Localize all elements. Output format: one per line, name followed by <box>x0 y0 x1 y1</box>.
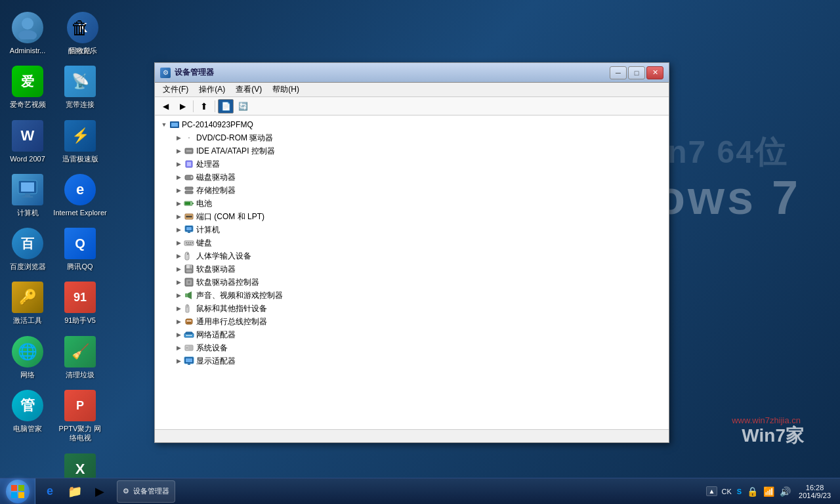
svg-rect-63 <box>188 364 190 365</box>
desktop-icon-qq[interactable]: Q 腾讯QQ <box>54 224 106 275</box>
toolbar-sep2 <box>215 100 215 112</box>
tree-item-audio[interactable]: ▶ 声音、视频和游戏控制器 <box>158 289 666 302</box>
desktop-icon-recycle[interactable]: 🗑 回收站 <box>54 8 106 59</box>
fdctrl-expander[interactable]: ▶ <box>173 277 184 287</box>
toolbar-refresh[interactable]: 🔄 <box>235 99 251 114</box>
desktop-icon-baidu[interactable]: 百 百度浏览器 <box>1 224 54 275</box>
desktop-icon-iqiyi[interactable]: 爱 爱奇艺视频 <box>1 62 54 113</box>
svg-point-10 <box>188 137 190 138</box>
quicklaunch-media[interactable]: ▶ <box>88 480 112 503</box>
close-button[interactable]: ✕ <box>646 66 663 79</box>
window-content[interactable]: ▼ PC-20140923PFMQ ▶ DVD/CD-ROM 驱动器 ▶ <box>155 116 669 429</box>
tree-item-disk[interactable]: ▶ 磁盘驱动器 <box>158 171 666 184</box>
port-expander[interactable]: ▶ <box>173 211 184 222</box>
desktop-icon-broadband[interactable]: 📡 宽带连接 <box>54 62 106 113</box>
sysdev-expander[interactable]: ▶ <box>173 343 184 353</box>
tree-item-storage[interactable]: ▶ 存储控制器 <box>158 184 666 197</box>
menu-action[interactable]: 操作(A) <box>194 83 230 96</box>
desktop-icon-pptv[interactable]: P PPTV聚力 网 络电视 <box>54 386 106 447</box>
desktop-icon-thunder[interactable]: ⚡ 迅雷极速版 <box>54 116 106 167</box>
hid-expander[interactable]: ▶ <box>173 251 184 261</box>
desktop-icon-ie[interactable]: e Internet Explorer <box>54 170 106 221</box>
tree-item-battery[interactable]: ▶ 电池 <box>158 197 666 210</box>
desktop-icon-activate[interactable]: 🔑 激活工具 <box>1 278 54 329</box>
desktop-icon-word2007[interactable]: W Word 2007 <box>1 116 54 167</box>
toolbar-up[interactable]: ⬆ <box>196 99 212 114</box>
svg-rect-5 <box>22 196 33 198</box>
tray-network[interactable]: 📶 <box>762 485 776 498</box>
menu-help[interactable]: 帮助(H) <box>267 83 304 96</box>
tree-item-netadapter[interactable]: ▶ 网络适配器 <box>158 328 666 341</box>
battery-expander[interactable]: ▶ <box>173 198 184 209</box>
dvd-expander[interactable]: ▶ <box>173 133 184 143</box>
start-button[interactable] <box>0 478 35 505</box>
tree-item-keyboard[interactable]: ▶ 键盘 <box>158 236 666 249</box>
taskbar-devmgr[interactable]: ⚙ 设备管理器 <box>117 480 175 503</box>
desktop-icon-pcmanager[interactable]: 管 电脑管家 <box>1 386 54 437</box>
svg-point-1 <box>18 30 37 39</box>
tree-item-floppy[interactable]: ▶ 软盘驱动器 <box>158 262 666 276</box>
window-titlebar[interactable]: ⚙ 设备管理器 ─ □ ✕ <box>155 63 669 83</box>
qq-label: 腾讯QQ <box>67 262 93 271</box>
tray-volume[interactable]: 🔊 <box>778 485 792 498</box>
tree-item-smbus[interactable]: ▶ 通用串行总线控制器 <box>158 315 666 328</box>
computer-expander[interactable]: ▶ <box>173 224 184 235</box>
tray-sogou[interactable]: S <box>736 486 743 497</box>
fdctrl-label: 软盘驱动器控制器 <box>196 276 259 288</box>
tray-lock[interactable]: 🔒 <box>746 485 759 498</box>
svg-rect-64 <box>11 485 17 491</box>
tree-item-sysdev[interactable]: ▶ 系统设备 <box>158 341 666 354</box>
admin-label: Administr... <box>10 46 45 55</box>
svg-point-35 <box>187 253 188 255</box>
maximize-button[interactable]: □ <box>628 66 645 79</box>
tray-clock[interactable]: 16:28 2014/9/23 <box>795 482 835 501</box>
root-expander[interactable]: ▼ <box>159 119 169 130</box>
quicklaunch-ie[interactable]: e <box>38 480 62 503</box>
netadapter-expander[interactable]: ▶ <box>173 329 184 340</box>
window-controls: ─ □ ✕ <box>610 66 663 79</box>
minimize-button[interactable]: ─ <box>610 66 627 79</box>
hid-icon <box>184 251 194 261</box>
tree-item-mouse[interactable]: ▶ 鼠标和其他指针设备 <box>158 302 666 315</box>
tree-item-dvd[interactable]: ▶ DVD/CD-ROM 驱动器 <box>158 131 666 144</box>
tree-item-port[interactable]: ▶ 端口 (COM 和 LPT) <box>158 210 666 223</box>
toolbar-back[interactable]: ◀ <box>158 99 173 114</box>
tree-item-computer[interactable]: ▶ 计算机 <box>158 223 666 236</box>
floppy-expander[interactable]: ▶ <box>173 264 184 274</box>
desktop-icon-computer[interactable]: 计算机 <box>1 170 54 221</box>
svg-rect-4 <box>25 194 30 196</box>
tree-item-cpu[interactable]: ▶ 处理器 <box>158 158 666 171</box>
audio-expander[interactable]: ▶ <box>173 290 184 301</box>
ide-expander[interactable]: ▶ <box>173 146 184 156</box>
storage-expander[interactable]: ▶ <box>173 185 184 196</box>
tree-root[interactable]: ▼ PC-20140923PFMQ <box>158 118 666 131</box>
disk-expander[interactable]: ▶ <box>173 172 184 182</box>
svg-rect-62 <box>186 358 192 362</box>
display-expander[interactable]: ▶ <box>173 356 184 366</box>
desktop-icon-network[interactable]: 🌐 网络 <box>1 332 54 383</box>
tray-ck[interactable]: CK <box>720 486 732 497</box>
mouse-expander[interactable]: ▶ <box>173 303 184 314</box>
svg-marker-44 <box>188 291 192 299</box>
desktop-icon-clean[interactable]: 🧹 清理垃圾 <box>54 332 106 383</box>
menu-view[interactable]: 查看(V) <box>230 83 267 96</box>
tree-item-fdctrl[interactable]: ▶ 软盘驱动器控制器 <box>158 276 666 289</box>
tray-expand-button[interactable]: ▲ <box>706 486 718 496</box>
keyboard-expander[interactable]: ▶ <box>173 238 184 248</box>
svg-rect-67 <box>18 492 24 498</box>
toolbar-properties[interactable]: 📄 <box>218 99 234 114</box>
smbus-expander[interactable]: ▶ <box>173 316 184 327</box>
taskbar-tray: ▲ CK S 🔒 📶 🔊 16:28 2014/9/23 <box>701 482 840 501</box>
tree-item-ide[interactable]: ▶ IDE ATA/ATAPI 控制器 <box>158 144 666 158</box>
toolbar-forward[interactable]: ▶ <box>175 99 190 114</box>
svg-rect-17 <box>185 187 193 190</box>
desktop-icon-admin[interactable]: Administr... <box>1 8 54 59</box>
tree-item-display[interactable]: ▶ 显示适配器 <box>158 354 666 368</box>
tree-item-hid[interactable]: ▶ 人体学输入设备 <box>158 249 666 262</box>
cpu-expander[interactable]: ▶ <box>173 159 184 169</box>
quicklaunch-explorer[interactable]: 📁 <box>63 480 87 503</box>
netadapter-icon <box>184 329 194 340</box>
desktop-icon-91[interactable]: 91 91助手V5 <box>54 278 106 329</box>
svg-rect-39 <box>186 270 192 272</box>
menu-file[interactable]: 文件(F) <box>158 83 194 96</box>
